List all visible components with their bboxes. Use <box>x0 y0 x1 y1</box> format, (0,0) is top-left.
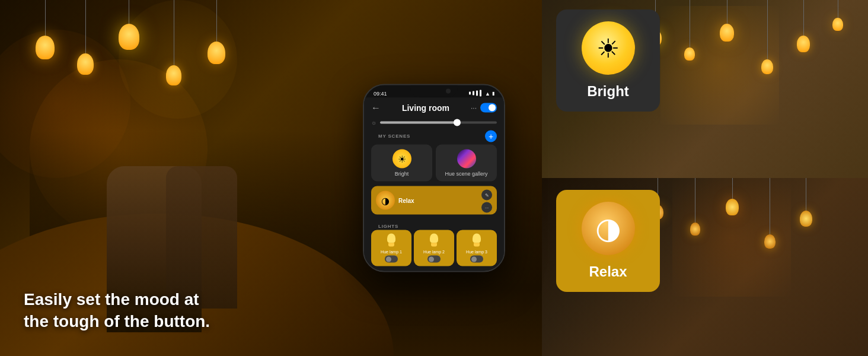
hue-scene-label: Hue scene gallery <box>445 171 487 177</box>
relax-actions: ✎ ··· <box>481 190 492 213</box>
notch-camera <box>446 89 451 94</box>
light-toggle-2[interactable] <box>427 256 441 263</box>
more-button[interactable]: ··· <box>471 104 477 112</box>
room-title: Living room <box>384 103 467 113</box>
app-header: ← Living room ··· <box>364 98 504 117</box>
relax-tile-inner: ◑ Relax <box>376 191 492 210</box>
light-toggle-3[interactable] <box>470 256 483 263</box>
back-button[interactable]: ← <box>371 103 381 113</box>
toggle-thumb-1 <box>386 256 391 262</box>
signal-2 <box>473 91 474 96</box>
right-panels: ☀ Bright <box>542 0 868 356</box>
battery-icon: ▮ <box>492 91 494 96</box>
bright-card[interactable]: ☀ Bright <box>556 9 660 112</box>
brightness-icon: ☼ <box>371 119 376 126</box>
hero-line-1: Easily set the mood at <box>24 290 199 309</box>
bulb-top-1 <box>387 234 395 243</box>
signal-4 <box>480 90 481 97</box>
relax-bulb-5 <box>800 178 812 227</box>
bulb-top-3 <box>473 234 481 243</box>
wifi-icon: ▲ <box>485 90 490 96</box>
right-bulb-4 <box>761 0 773 74</box>
hero-line-2: the tough of the button. <box>24 312 210 330</box>
relax-scene-tile[interactable]: ◑ Relax ✎ ··· <box>371 186 497 215</box>
right-bulb-6 <box>832 0 843 31</box>
hue-scene-icon <box>457 150 476 169</box>
hanging-bulb-4 <box>166 0 181 85</box>
status-time: 09:41 <box>374 90 387 96</box>
panel-bright: ☀ Bright <box>542 0 868 178</box>
bright-scene-label: Bright <box>395 171 409 177</box>
scenes-header: MY SCENES + <box>364 131 504 145</box>
relax-card-icon: ◑ <box>582 202 635 255</box>
brightness-fill <box>380 121 456 123</box>
relax-scene-icon: ◑ <box>376 191 395 210</box>
add-scene-button[interactable]: + <box>485 131 497 142</box>
bright-card-label: Bright <box>587 83 629 100</box>
scenes-label: MY SCENES <box>371 132 417 141</box>
brightness-slider[interactable] <box>380 121 497 123</box>
hanging-bulb-5 <box>208 0 225 64</box>
bulb-base-2 <box>431 243 437 247</box>
bulb-icon-3 <box>471 234 483 248</box>
relax-card-label: Relax <box>589 263 627 280</box>
room-toggle[interactable] <box>480 103 497 113</box>
panel-relax: ◑ Relax <box>542 178 868 356</box>
brightness-handle <box>454 119 461 126</box>
phone-device: 09:41 ▲ ▮ ← Living room ··· <box>363 84 505 272</box>
light-name-3: Hue lamp 3 <box>466 250 487 254</box>
light-tile-2[interactable]: Hue lamp 2 <box>414 230 454 266</box>
hanging-bulb-2 <box>77 0 94 75</box>
lights-grid: Hue lamp 1 Hue lamp 2 <box>371 230 497 266</box>
relax-bulb-2 <box>690 178 700 236</box>
phone-screen: ← Living room ··· ☼ M <box>364 98 504 271</box>
light-toggle-1[interactable] <box>385 256 398 263</box>
hero-text-block: Easily set the mood at the tough of the … <box>24 289 210 332</box>
page-container: Easily set the mood at the tough of the … <box>0 0 868 356</box>
status-icons: ▲ ▮ <box>469 90 494 97</box>
hanging-bulb-1 <box>36 0 55 59</box>
signal-3 <box>476 91 478 96</box>
relax-edit-button[interactable]: ✎ <box>481 190 492 201</box>
bulb-icon-2 <box>428 234 440 248</box>
light-tile-3[interactable]: Hue lamp 3 <box>457 230 497 266</box>
bright-scene-tile[interactable]: ☀ Bright <box>371 145 432 182</box>
toggle-thumb-2 <box>429 256 434 262</box>
bright-scene-icon: ☀ <box>392 150 411 169</box>
hue-scene-tile[interactable]: Hue scene gallery <box>436 145 497 182</box>
right-bulb-3 <box>720 0 734 42</box>
relax-card[interactable]: ◑ Relax <box>556 190 660 292</box>
toggle-thumb-3 <box>471 256 477 262</box>
bright-card-icon: ☀ <box>582 21 635 75</box>
light-tile-1[interactable]: Hue lamp 1 <box>371 230 411 266</box>
scenes-grid: ☀ Bright Hue scene gallery <box>364 145 504 186</box>
lights-section: LIGHTS Hue lamp 1 <box>364 220 504 271</box>
bulb-icon-1 <box>385 234 397 248</box>
right-bulb-2 <box>684 0 695 61</box>
phone-mockup: 09:41 ▲ ▮ ← Living room ··· <box>363 84 505 272</box>
bulb-base-1 <box>388 243 394 247</box>
right-bulb-5 <box>797 0 810 52</box>
relax-bulb-3 <box>726 178 739 215</box>
relax-section: ◑ Relax ✎ ··· <box>364 186 504 220</box>
toggle-thumb <box>489 104 496 112</box>
brightness-row: ☼ <box>364 117 504 131</box>
light-name-2: Hue lamp 2 <box>423 250 445 254</box>
relax-more-button[interactable]: ··· <box>481 202 492 213</box>
phone-notch <box>410 85 458 97</box>
relax-scene-label: Relax <box>398 197 492 204</box>
person-2 <box>166 166 237 309</box>
relax-bulb-4 <box>764 178 776 249</box>
signal-1 <box>469 92 471 95</box>
bulb-top-2 <box>430 234 438 243</box>
bulb-base-3 <box>474 243 480 247</box>
light-name-1: Hue lamp 1 <box>381 250 402 254</box>
hanging-bulb-3 <box>119 0 139 50</box>
